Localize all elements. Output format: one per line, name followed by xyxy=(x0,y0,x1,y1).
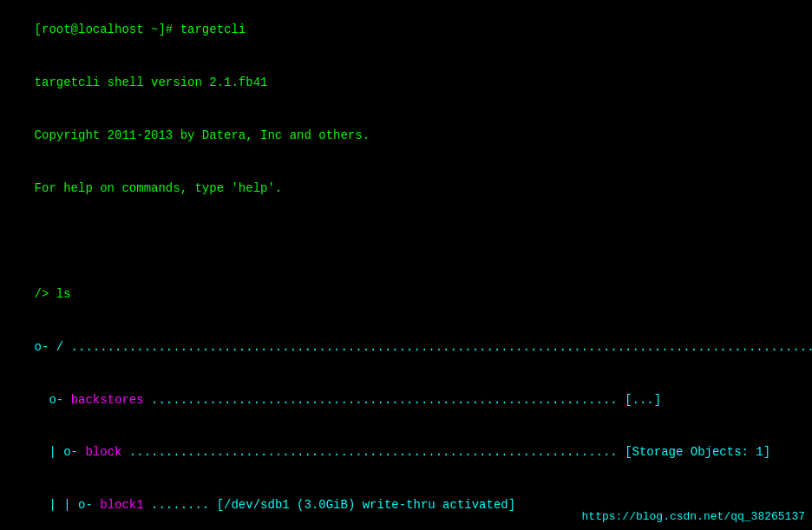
line8-indent: o- xyxy=(35,393,71,407)
line8-label: backstores xyxy=(71,393,144,407)
line9-label: block xyxy=(85,445,121,459)
terminal-line-7: o- / ...................................… xyxy=(5,320,807,373)
terminal-line-4: For help on commands, type 'help'. xyxy=(5,162,807,215)
line4-text: For help on commands, type 'help'. xyxy=(35,181,283,195)
line10-dots: ........ [/dev/sdb1 (3.0GiB) write-thru … xyxy=(144,498,515,512)
line5-text xyxy=(35,234,42,248)
terminal-line-2: targetcli shell version 2.1.fb41 xyxy=(5,56,807,109)
watermark: https://blog.csdn.net/qq_38265137 xyxy=(582,510,805,523)
line1-text: [root@localhost ~]# targetcli xyxy=(35,23,246,36)
terminal-line-6: /> ls xyxy=(5,267,807,320)
line3-text: Copyright 2011-2013 by Datera, Inc and o… xyxy=(35,128,370,142)
line8-dots: ........................................… xyxy=(144,393,662,407)
line10-indent: | | o- xyxy=(35,498,101,512)
terminal-line-3: Copyright 2011-2013 by Datera, Inc and o… xyxy=(5,109,807,162)
terminal-line-1: [root@localhost ~]# targetcli xyxy=(5,3,807,56)
line9-dots: ........................................… xyxy=(121,445,770,459)
line2-text: targetcli shell version 2.1.fb41 xyxy=(35,75,268,89)
terminal-line-9: | o- block .............................… xyxy=(5,426,807,479)
line10-label: block1 xyxy=(100,498,143,512)
line7-text: o- / ...................................… xyxy=(35,340,812,354)
terminal-line-8: o- backstores ..........................… xyxy=(5,373,807,426)
terminal-window: [root@localhost ~]# targetcli targetcli … xyxy=(0,0,812,530)
line9-indent: | o- xyxy=(35,445,86,459)
terminal-line-5 xyxy=(5,215,807,268)
line6-text: /> ls xyxy=(35,287,71,301)
